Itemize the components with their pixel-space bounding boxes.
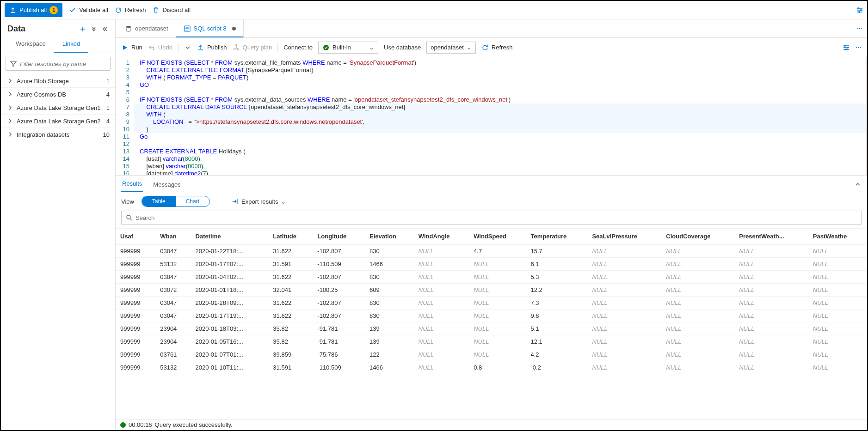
sql-editor[interactable]: 12345678910111213141516 IF NOT EXISTS (S… <box>116 57 867 176</box>
code-line[interactable]: ) <box>134 126 867 133</box>
code-line[interactable]: WITH ( FORMAT_TYPE = PARQUET) <box>134 74 867 81</box>
code-line[interactable]: [wban] varchar(8000), <box>134 163 867 170</box>
code-line[interactable]: WITH ( <box>134 111 867 118</box>
collapse-results-icon[interactable] <box>854 181 862 192</box>
table-cell: -91.781 <box>313 335 365 348</box>
tab-label: opendataset <box>135 25 168 32</box>
validate-all-button[interactable]: Validate all <box>69 6 108 14</box>
table-cell: NULL <box>414 361 469 374</box>
column-header[interactable]: Temperature <box>526 229 587 244</box>
code-line[interactable]: CREATE EXTERNAL TABLE Holidays ( <box>134 148 867 155</box>
column-header[interactable]: Wban <box>155 229 191 244</box>
tab-results[interactable]: Results <box>121 176 143 192</box>
settings-icon-button[interactable] <box>856 6 863 14</box>
column-header[interactable]: WindSpeed <box>469 229 526 244</box>
discard-all-button[interactable]: Discard all <box>152 6 191 14</box>
chevron-down-icon[interactable] <box>184 44 191 51</box>
code-line[interactable]: [datetime] datetime2(7), <box>134 170 867 176</box>
code-line[interactable]: CREATE EXTERNAL DATA SOURCE [opendataset… <box>134 103 867 111</box>
code-line[interactable]: Go <box>134 133 867 140</box>
table-row[interactable]: 999999030472020-01-04T02:...31.622-102.8… <box>116 270 867 283</box>
results-search-input[interactable] <box>135 214 857 221</box>
publish-all-button[interactable]: Publish all 1 <box>5 3 62 17</box>
query-plan-button[interactable]: Query plan <box>233 44 272 51</box>
table-row[interactable]: 999999030472020-01-28T09:...31.622-102.8… <box>116 296 867 309</box>
plus-icon[interactable] <box>79 25 86 33</box>
table-row[interactable]: 999999030722020-01-01T18:...32.041-100.2… <box>116 283 867 296</box>
table-cell: 31.591 <box>268 257 313 270</box>
view-chart-button[interactable]: Chart <box>176 196 209 206</box>
code-line[interactable]: GO <box>134 81 867 89</box>
code-line[interactable]: [usaf] varchar(8000), <box>134 155 867 163</box>
refresh-button[interactable]: Refresh <box>481 44 513 51</box>
table-cell: NULL <box>414 335 469 348</box>
tab-linked[interactable]: Linked <box>54 36 88 53</box>
table-cell: NULL <box>808 361 867 374</box>
collapse-double-icon[interactable] <box>90 25 98 33</box>
table-row[interactable]: 999999531322020-01-17T07:...31.591-110.5… <box>116 257 867 270</box>
code-line[interactable] <box>134 140 867 148</box>
sidebar-item[interactable]: Azure Cosmos DB4 <box>1 88 115 101</box>
chevron-left-double-icon[interactable] <box>101 25 109 33</box>
table-row[interactable]: 999999030472020-01-17T19:...31.622-102.8… <box>116 309 867 322</box>
discard-label: Discard all <box>162 6 191 13</box>
filter-input[interactable] <box>20 61 106 67</box>
database-select[interactable]: opendataset ⌄ <box>426 42 476 54</box>
column-header[interactable]: Latitude <box>268 229 313 244</box>
column-header[interactable]: PastWeathe <box>808 229 867 244</box>
sidebar-item[interactable]: Azure Data Lake Storage Gen11 <box>1 101 115 115</box>
code-line[interactable]: IF NOT EXISTS (SELECT * FROM sys.externa… <box>134 59 867 67</box>
tab-sql-script[interactable]: SQL script 8 <box>176 19 244 37</box>
run-button[interactable]: Run <box>121 44 142 51</box>
column-header[interactable]: Elevation <box>365 229 414 244</box>
tab-messages[interactable]: Messages <box>152 177 181 192</box>
code-line[interactable]: IF NOT EXISTS (SELECT * FROM sys.externa… <box>134 96 867 103</box>
tab-opendataset[interactable]: opendataset <box>117 19 176 37</box>
more-button[interactable]: ⋯ <box>856 44 862 51</box>
table-row[interactable]: 999999239042020-01-18T03:...35.82-91.781… <box>116 322 867 335</box>
table-row[interactable]: 999999239042020-01-05T16:...35.82-91.781… <box>116 335 867 348</box>
column-header[interactable]: Usaf <box>116 229 155 244</box>
tab-workspace[interactable]: Workspace <box>7 36 54 53</box>
tabs-more-button[interactable]: ⋯ <box>852 19 867 37</box>
export-results-button[interactable]: Export results ⌄ <box>231 198 286 205</box>
table-cell: NULL <box>734 283 808 296</box>
column-header[interactable]: CloudCoverage <box>661 229 734 244</box>
table-cell: 999999 <box>116 296 155 309</box>
plan-icon <box>233 44 240 51</box>
publish-label: Publish <box>207 44 227 51</box>
view-toggle: Table Chart <box>142 196 210 207</box>
code-line[interactable]: CREATE EXTERNAL FILE FORMAT [SynapseParq… <box>134 67 867 74</box>
results-table[interactable]: UsafWbanDatetimeLatitudeLongitudeElevati… <box>116 228 867 419</box>
sidebar-item[interactable]: Azure Blob Storage1 <box>1 74 115 88</box>
connect-select[interactable]: Built-in ⌄ <box>318 42 378 54</box>
table-cell: 7.3 <box>526 296 587 309</box>
column-header[interactable]: Longitude <box>313 229 365 244</box>
svg-point-3 <box>126 26 131 28</box>
column-header[interactable]: Datetime <box>191 229 269 244</box>
column-header[interactable]: SeaLvlPressure <box>587 229 661 244</box>
table-row[interactable]: 999999037612020-01-07T01:...39.859-75.78… <box>116 348 867 361</box>
table-row[interactable]: 999999531322020-01-10T11:...31.591-110.5… <box>116 361 867 374</box>
minimap-scrollbar[interactable] <box>866 57 867 175</box>
undo-button[interactable]: Undo <box>148 44 172 51</box>
column-header[interactable]: PresentWeath... <box>734 229 808 244</box>
view-table-button[interactable]: Table <box>142 196 176 206</box>
table-cell: 39.859 <box>268 348 313 361</box>
view-label: View <box>121 198 134 205</box>
sidebar-filter[interactable] <box>6 57 111 71</box>
publish-button[interactable]: Publish <box>197 44 227 51</box>
code-line[interactable] <box>134 89 867 96</box>
settings-icon[interactable] <box>843 44 850 51</box>
sidebar-item[interactable]: Integration datasets10 <box>1 128 115 141</box>
code-area[interactable]: IF NOT EXISTS (SELECT * FROM sys.externa… <box>134 57 867 175</box>
table-cell: 139 <box>365 322 414 335</box>
refresh-top-button[interactable]: Refresh <box>115 6 146 14</box>
table-cell: 830 <box>365 309 414 322</box>
column-header[interactable]: WindAngle <box>414 229 469 244</box>
table-row[interactable]: 999999030472020-01-22T18:...31.622-102.8… <box>116 244 867 257</box>
table-cell: 830 <box>365 244 414 257</box>
results-search[interactable] <box>121 211 862 225</box>
sidebar-item[interactable]: Azure Data Lake Storage Gen24 <box>1 115 115 128</box>
code-line[interactable]: LOCATION = ''>https://stefansynapsetest2… <box>134 118 867 126</box>
